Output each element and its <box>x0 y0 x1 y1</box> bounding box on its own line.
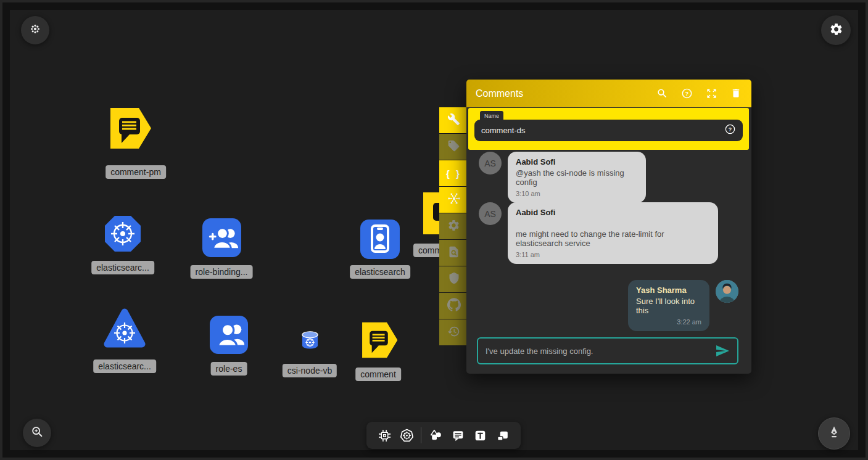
github-button[interactable] <box>439 293 468 319</box>
history-icon <box>447 325 460 340</box>
node-csi-node-vb[interactable] <box>301 331 319 352</box>
zoom-in-icon <box>30 425 44 441</box>
node-role-es[interactable] <box>210 316 248 356</box>
snowflake-menu-icon <box>29 23 41 38</box>
menu-fab[interactable] <box>21 16 49 44</box>
node-label[interactable]: elasticsearch <box>350 265 410 279</box>
hub-button[interactable] <box>439 187 468 213</box>
github-icon <box>447 298 461 314</box>
pen-nib-icon <box>827 425 841 442</box>
node-comment[interactable] <box>358 321 399 362</box>
history-button[interactable] <box>439 319 468 345</box>
kubernetes-icon[interactable] <box>399 427 415 443</box>
blank-line <box>516 219 710 229</box>
svg-text:?: ? <box>685 91 688 97</box>
node-label[interactable]: elasticsearc... <box>93 359 156 373</box>
message-author: Aabid Sofi <box>516 157 638 166</box>
tag-icon <box>447 139 460 155</box>
message-bubble: Aabid Sofi @yash the csi-node is missing… <box>508 152 646 203</box>
message-time: 3:10 am <box>516 190 638 197</box>
kubernetes-triangle-icon <box>102 343 147 354</box>
shape-toolbar <box>366 422 521 449</box>
message-author: Aabid Sofi <box>516 208 710 217</box>
node-comment-pm[interactable] <box>106 106 153 153</box>
name-input-wrap: ? <box>474 120 743 141</box>
braces-icon: { } <box>446 168 461 179</box>
hub-icon <box>447 192 461 208</box>
window-frame: comment-pm elasticsearc... role-binding.… <box>2 2 866 458</box>
document-search-icon <box>447 245 460 261</box>
message-time: 3:11 am <box>516 251 710 258</box>
node-elasticsearch-triangle[interactable] <box>102 306 147 355</box>
toolbar-divider <box>421 427 421 443</box>
gear-icon <box>829 22 843 39</box>
configure-button[interactable] <box>439 107 468 133</box>
panel-header-actions: ? <box>656 88 742 99</box>
label-button[interactable] <box>439 134 468 160</box>
wrench-icon <box>447 113 460 128</box>
search-icon[interactable] <box>656 88 668 99</box>
infrastructure-icon[interactable] <box>376 427 392 443</box>
zoom-fab[interactable] <box>23 419 51 447</box>
comment-input[interactable] <box>486 347 715 356</box>
design-canvas[interactable]: comment-pm elasticsearc... role-binding.… <box>10 10 858 450</box>
comment-composer <box>477 337 738 364</box>
help-icon[interactable]: ? <box>681 88 693 99</box>
node-role-binding[interactable] <box>202 218 241 260</box>
node-label[interactable]: role-binding... <box>191 265 253 279</box>
text-tool-icon[interactable] <box>473 427 489 443</box>
panel-title: Comments <box>476 88 656 99</box>
message-text: me might need to change the rate-limit f… <box>516 229 710 248</box>
whiteboard-fab[interactable] <box>818 417 850 450</box>
node-context-toolbar: { } <box>439 107 468 345</box>
help-icon[interactable]: ? <box>724 123 736 138</box>
gear-icon <box>447 219 460 234</box>
node-label[interactable]: elasticsearc... <box>91 261 154 274</box>
shapes-icon[interactable] <box>428 427 444 443</box>
name-input[interactable] <box>481 126 724 135</box>
message-text: Sure I'll look into this <box>636 297 701 315</box>
send-icon[interactable] <box>715 343 730 358</box>
comments-panel-header[interactable]: Comments ? <box>466 80 751 107</box>
settings-button[interactable] <box>439 213 468 239</box>
avatar-photo <box>716 280 738 303</box>
message: AS Aabid Sofi me might need to change th… <box>479 202 718 264</box>
message-time: 3:22 am <box>636 318 701 326</box>
name-field-section: Name ? <box>468 108 749 150</box>
expand-icon[interactable] <box>706 88 717 99</box>
message-bubble: Yash Sharma Sure I'll look into this 3:2… <box>628 280 709 331</box>
message: AS Aabid Sofi @yash the csi-node is miss… <box>479 152 646 203</box>
node-label[interactable]: role-es <box>211 362 247 376</box>
shield-icon <box>448 272 460 287</box>
json-config-button[interactable]: { } <box>439 160 468 186</box>
message-bubble: Aabid Sofi me might need to change the r… <box>508 202 718 264</box>
security-button[interactable] <box>439 266 468 292</box>
storage-cylinder-icon <box>301 341 319 351</box>
node-label[interactable]: comment-pm <box>105 165 166 179</box>
avatar: AS <box>479 152 502 175</box>
kubernetes-octagon-icon <box>103 245 143 255</box>
service-account-icon <box>360 250 400 261</box>
trash-icon[interactable] <box>730 88 742 99</box>
comment-node-icon <box>106 142 153 152</box>
node-elasticsearch-octagon[interactable] <box>103 214 143 256</box>
node-label[interactable]: csi-node-vb <box>283 364 337 377</box>
node-label[interactable]: comment <box>355 368 401 381</box>
avatar: AS <box>479 202 502 225</box>
role-icon <box>210 345 248 356</box>
svg-text:?: ? <box>729 126 732 133</box>
comment-node-icon <box>358 351 399 361</box>
message-text: @yash the csi-node is missing config <box>516 168 638 187</box>
node-elasticsearch[interactable] <box>360 220 400 261</box>
comment-tool-icon[interactable] <box>450 427 466 443</box>
message: Yash Sharma Sure I'll look into this 3:2… <box>628 280 738 331</box>
image-tool-icon[interactable] <box>495 427 511 443</box>
inspect-button[interactable] <box>439 240 468 266</box>
comments-panel: Comments ? Name ? AS Aabid Sofi @yash th… <box>466 80 751 374</box>
role-binding-icon <box>202 248 241 259</box>
message-author: Yash Sharma <box>636 285 701 295</box>
settings-fab[interactable] <box>821 15 851 45</box>
